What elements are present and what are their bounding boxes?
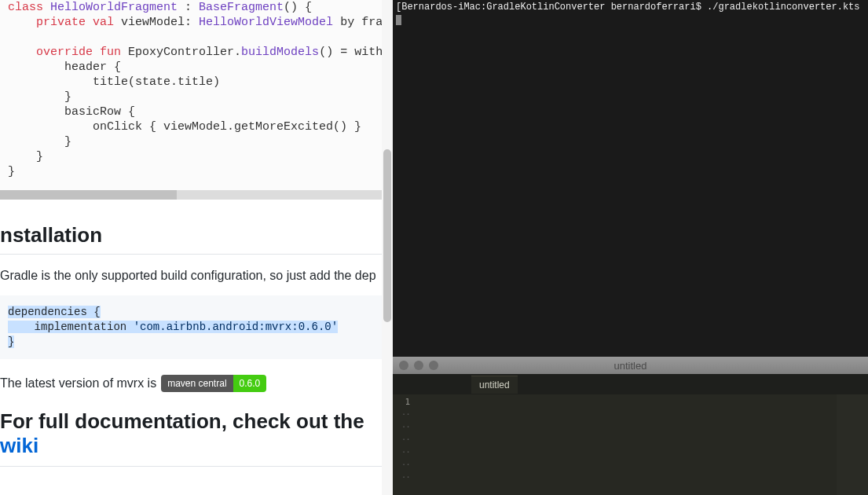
horizontal-scrollbar[interactable] bbox=[0, 190, 393, 200]
terminal-cursor bbox=[396, 15, 401, 25]
terminal-window[interactable]: [Bernardos-iMac:GradleKotlinConverter be… bbox=[393, 0, 868, 357]
code-snippet[interactable]: class HelloWorldFragment : BaseFragment(… bbox=[0, 0, 393, 190]
editor-tabs: untitled bbox=[393, 374, 868, 394]
minimap[interactable] bbox=[837, 394, 868, 495]
code-text bbox=[93, 46, 100, 59]
type-name: HelloWorldViewModel bbox=[199, 16, 333, 29]
keyword-override: override bbox=[36, 46, 93, 59]
code-text: () { bbox=[284, 1, 312, 14]
code-line: } bbox=[8, 90, 71, 104]
scrollbar-thumb[interactable] bbox=[0, 190, 177, 200]
vertical-scrollbar[interactable] bbox=[382, 0, 393, 495]
fn-name: buildModels bbox=[241, 46, 319, 59]
documentation-heading: For full documentation, check out the wi… bbox=[0, 409, 388, 467]
latest-version-line: The latest version of mvrx is maven cent… bbox=[0, 375, 388, 392]
keyword-private: private bbox=[36, 16, 86, 29]
code-text: viewModel: bbox=[114, 16, 199, 29]
dep-string: 'com.airbnb.android:mvrx:0.6.0' bbox=[134, 321, 338, 333]
line-number: 1 bbox=[393, 396, 410, 409]
base-class: BaseFragment bbox=[199, 1, 284, 14]
code-text bbox=[8, 16, 36, 29]
code-line: } bbox=[8, 165, 15, 178]
doc-heading-text: For full documentation, check out the bbox=[0, 409, 364, 433]
code-text bbox=[8, 46, 36, 59]
readme-content: nstallation Gradle is the only supported… bbox=[0, 200, 393, 467]
line-gutter: 1 ············ bbox=[393, 394, 416, 495]
code-text: EpoxyController. bbox=[121, 46, 241, 59]
dependency-code-block[interactable]: dependencies { implementation 'com.airbn… bbox=[0, 295, 388, 359]
dep-open: dependencies { bbox=[8, 306, 101, 318]
maven-badge[interactable]: maven central 0.6.0 bbox=[161, 375, 266, 392]
code-line: header { bbox=[8, 60, 121, 74]
installation-heading: nstallation bbox=[0, 223, 388, 255]
dep-impl: implementation bbox=[8, 321, 134, 333]
latest-text: The latest version of mvrx is bbox=[0, 376, 156, 390]
code-line: basicRow { bbox=[8, 105, 135, 119]
window-title: untitled bbox=[393, 360, 868, 372]
wiki-link[interactable]: wiki bbox=[0, 434, 38, 457]
documentation-pane: class HelloWorldFragment : BaseFragment(… bbox=[0, 0, 393, 495]
code-line: } bbox=[8, 135, 71, 148]
editor-window: untitled untitled 1 ············ bbox=[393, 357, 868, 495]
dep-close: } bbox=[8, 336, 14, 348]
installation-text: Gradle is the only supported build confi… bbox=[0, 269, 388, 283]
code-text: : bbox=[178, 1, 199, 14]
badge-label: maven central bbox=[161, 375, 233, 392]
tab-untitled[interactable]: untitled bbox=[471, 376, 518, 394]
keyword-fun: fun bbox=[100, 46, 121, 59]
terminal-line: [Bernardos-iMac:GradleKotlinConverter be… bbox=[396, 2, 860, 13]
editor-textarea[interactable] bbox=[416, 394, 837, 495]
code-text bbox=[86, 16, 93, 29]
keyword-class: class bbox=[8, 1, 43, 14]
code-line: onClick { viewModel.getMoreExcited() } bbox=[8, 120, 361, 134]
keyword-val: val bbox=[93, 16, 114, 29]
class-name: HelloWorldFragment bbox=[50, 1, 178, 14]
editor-body[interactable]: 1 ············ bbox=[393, 394, 868, 495]
code-line: } bbox=[8, 150, 43, 163]
badge-version: 0.6.0 bbox=[233, 375, 267, 392]
editor-titlebar[interactable]: untitled bbox=[393, 357, 868, 374]
code-line: title(state.title) bbox=[8, 75, 220, 89]
vertical-scrollbar-thumb[interactable] bbox=[383, 149, 391, 322]
